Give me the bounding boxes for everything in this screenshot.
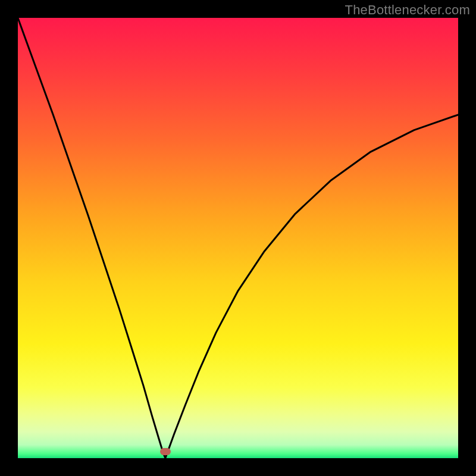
bottleneck-curve (18, 18, 458, 458)
curve-path (18, 18, 458, 458)
watermark-text: TheBottlenecker.com (345, 2, 470, 18)
chart-frame: TheBottlenecker.com (0, 0, 476, 476)
optimal-point-marker (160, 448, 171, 455)
plot-area (18, 18, 458, 458)
